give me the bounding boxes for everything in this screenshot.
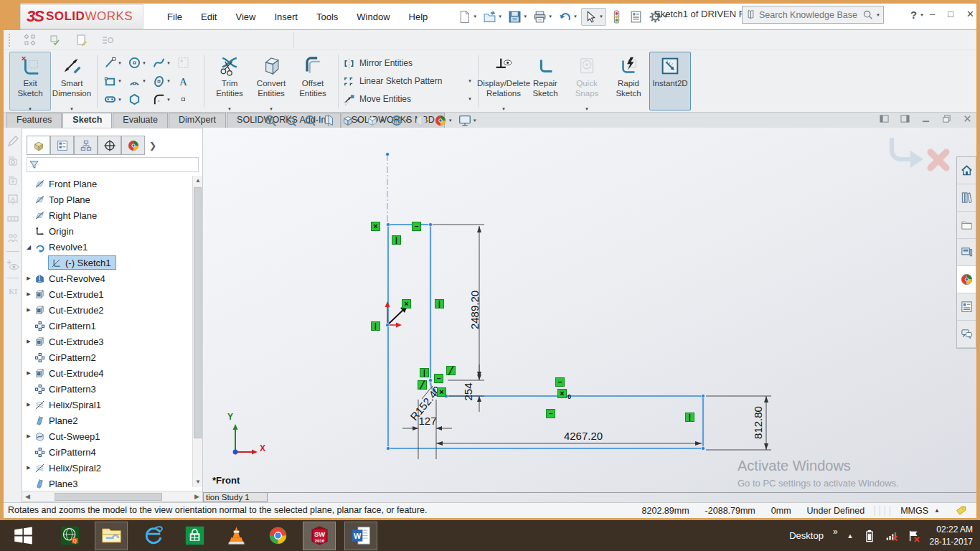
offset-entities-button[interactable]: OffsetEntities — [292, 52, 334, 110]
toolbar-grip[interactable] — [8, 33, 11, 47]
start-button[interactable] — [4, 522, 42, 550]
relation-badge-13[interactable]: ×0 — [557, 389, 567, 398]
quickbar-icon-2[interactable] — [50, 34, 62, 47]
dropdown-caret-icon[interactable]: ▼ — [142, 61, 146, 65]
tree-vertical-scrollbar[interactable]: ▲ ▼ — [192, 176, 202, 487]
sketch-text-button[interactable]: A — [175, 75, 199, 88]
scroll-thumb[interactable] — [194, 187, 202, 438]
sketch-line-button[interactable]: ▼ — [102, 56, 126, 70]
dropdown-caret-icon[interactable]: ▼ — [548, 14, 552, 19]
menu-help[interactable]: Help — [401, 8, 436, 26]
dropdown-caret-icon[interactable]: ▼ — [166, 79, 171, 83]
dropdown-caret-icon[interactable]: ▼ — [498, 14, 502, 19]
dropdown-caret-icon[interactable]: ▼ — [356, 118, 360, 123]
dropdown-caret-icon[interactable]: ▼ — [70, 107, 74, 111]
minimize-button[interactable]: – — [930, 9, 935, 19]
left-tool-dimbox[interactable]: 0.1 — [6, 212, 19, 225]
tree-collapsed-arrow-icon[interactable]: ▶ — [24, 307, 34, 313]
featuremanager-tab[interactable] — [27, 136, 50, 155]
smart-dimension-button[interactable]: SmartDimension▼ — [51, 52, 93, 110]
unit-system[interactable]: MMGS▲ — [900, 506, 940, 516]
taskbar-internet-explorer[interactable] — [136, 522, 169, 550]
action-center-flag-icon[interactable] — [908, 529, 920, 542]
help-caret-icon[interactable]: ▼ — [920, 13, 924, 17]
tree-collapsed-arrow-icon[interactable]: ▶ — [24, 291, 34, 297]
dimension-254[interactable]: 254 — [462, 382, 474, 400]
pane-right-button[interactable] — [900, 114, 910, 123]
rebuild-button[interactable] — [608, 9, 626, 25]
show-hidden-icons[interactable]: ▲ — [847, 532, 854, 540]
relation-badge-14[interactable]: – — [546, 409, 555, 418]
left-tool-ki[interactable]: KI — [6, 285, 19, 298]
sketch-polygon-button[interactable] — [126, 93, 151, 106]
relation-badge-15[interactable]: | — [685, 413, 694, 422]
apply-scene-button[interactable]: ▼ — [433, 113, 453, 128]
motion-study-splitter[interactable] — [203, 492, 976, 493]
scroll-up-icon[interactable]: ▲ — [193, 176, 203, 186]
scroll-thumb-h[interactable] — [55, 493, 162, 501]
taskpane-view-palette[interactable] — [957, 239, 976, 266]
dropdown-caret-icon[interactable]: ▼ — [166, 98, 171, 102]
dimension-2489-20[interactable]: 2489.20 — [468, 291, 481, 329]
save-button[interactable]: ▼ — [506, 9, 529, 25]
tab-features[interactable]: Features — [6, 113, 62, 128]
tree-item-origin[interactable]: Origin — [24, 223, 193, 239]
hide-show-items-button[interactable]: ▼ — [390, 113, 409, 128]
tree-item-plane2[interactable]: Plane2 — [24, 413, 193, 428]
sketch-point-button[interactable] — [175, 93, 199, 106]
taskbar-clock[interactable]: 02:22 AM 28-11-2017 — [930, 524, 974, 547]
taskpane-forum[interactable] — [957, 321, 976, 348]
taskpane-home[interactable] — [957, 157, 976, 184]
tree-collapsed-arrow-icon[interactable]: ▶ — [24, 465, 34, 471]
sketch-ellipse-button[interactable]: ▼ — [151, 75, 175, 88]
undo-button[interactable]: ▼ — [556, 9, 580, 25]
dropdown-caret-icon[interactable]: ▼ — [380, 118, 385, 123]
zoom-to-fit-button[interactable] — [263, 113, 278, 128]
tree-item-cirpattern2[interactable]: CirPattern2 — [24, 349, 193, 365]
quickbar-icon-4[interactable] — [101, 34, 114, 47]
scroll-down-icon[interactable]: ▼ — [193, 477, 203, 487]
taskpane-file-explorer[interactable] — [957, 212, 976, 239]
move-entities-button[interactable]: Move Entities▼ — [343, 90, 473, 108]
tree-item-cut-extrude3[interactable]: ▶Cut-Extrude3 — [24, 334, 193, 349]
tree-item-cut-extrude2[interactable]: ▶Cut-Extrude2 — [24, 302, 193, 318]
file-properties-button[interactable] — [627, 9, 645, 25]
dropdown-caret-icon[interactable]: ▼ — [468, 79, 473, 83]
tree-collapsed-arrow-icon[interactable]: ▶ — [24, 339, 34, 344]
display-delete-relations-button[interactable]: Display/DeleteRelations▼ — [483, 52, 524, 110]
edit-appearance-button[interactable] — [414, 113, 428, 128]
taskbar-solidworks-2016[interactable]: SW2016 — [303, 522, 336, 550]
zoom-to-area-button[interactable] — [283, 113, 297, 128]
menu-view[interactable]: View — [227, 8, 263, 26]
tree-item-front-plane[interactable]: Front Plane — [24, 176, 193, 192]
help-button[interactable]: ? — [910, 9, 917, 21]
trim-entities-button[interactable]: TrimEntities▼ — [209, 52, 250, 110]
motion-study-tab[interactable]: tion Study 1 — [203, 493, 268, 502]
tab-dimxpert[interactable]: DimXpert — [169, 113, 226, 128]
left-tool-pencil[interactable] — [6, 135, 19, 148]
tree-item-cut-revolve4[interactable]: ▶Cut-Revolve4 — [24, 270, 193, 286]
relation-badge-10[interactable]: ╱ — [418, 380, 427, 390]
tree-item-cut-extrude4[interactable]: ▶Cut-Extrude4 — [24, 365, 193, 381]
tree-item-right-plane[interactable]: Right Plane — [24, 207, 193, 223]
doc-minimize-button[interactable] — [921, 114, 930, 123]
dimension-812-80[interactable]: 812.80 — [752, 406, 764, 439]
menu-edit[interactable]: Edit — [193, 8, 225, 26]
taskbar-windows-store[interactable] — [178, 522, 211, 550]
dropdown-caret-icon[interactable]: ▼ — [269, 107, 273, 111]
taskpane-custom-properties[interactable] — [957, 293, 976, 321]
sketch-circle-button[interactable]: ▼ — [126, 56, 151, 70]
tab-evaluate[interactable]: Evaluate — [113, 113, 168, 128]
select-button[interactable]: ▼ — [581, 8, 606, 26]
dimxpertmanager-tab[interactable] — [98, 136, 121, 155]
dropdown-caret-icon[interactable]: ▼ — [523, 14, 527, 19]
desktop-toolbar[interactable]: Desktop — [789, 530, 824, 541]
dropdown-caret-icon[interactable]: ▼ — [448, 118, 453, 123]
taskpane-appearances[interactable] — [957, 266, 976, 293]
relation-badge-8[interactable]: – — [434, 374, 443, 383]
tree-item-plane3[interactable]: Plane3 — [24, 476, 193, 491]
confirmation-corner[interactable] — [886, 133, 961, 179]
sketch-fillet-button[interactable]: ×▼ — [151, 93, 175, 106]
view-orientation-button[interactable]: ▼ — [341, 113, 360, 128]
battery-icon[interactable] — [863, 529, 876, 542]
